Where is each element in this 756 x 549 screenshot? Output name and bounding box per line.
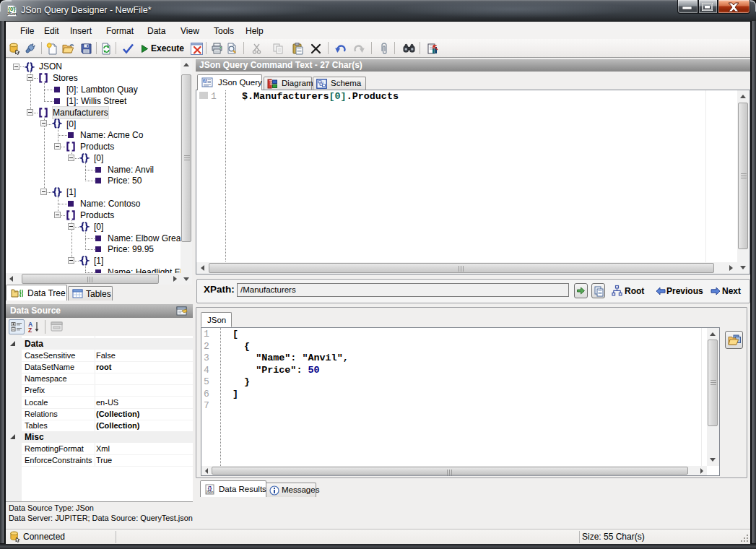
svg-text:a: a bbox=[321, 80, 323, 85]
svg-text:A: A bbox=[204, 79, 207, 83]
svg-text:JSon: JSon bbox=[7, 12, 17, 16]
svg-text:JSon: JSon bbox=[206, 490, 214, 494]
svg-text:Z: Z bbox=[28, 327, 32, 333]
svg-text:xsd: xsd bbox=[269, 79, 273, 85]
